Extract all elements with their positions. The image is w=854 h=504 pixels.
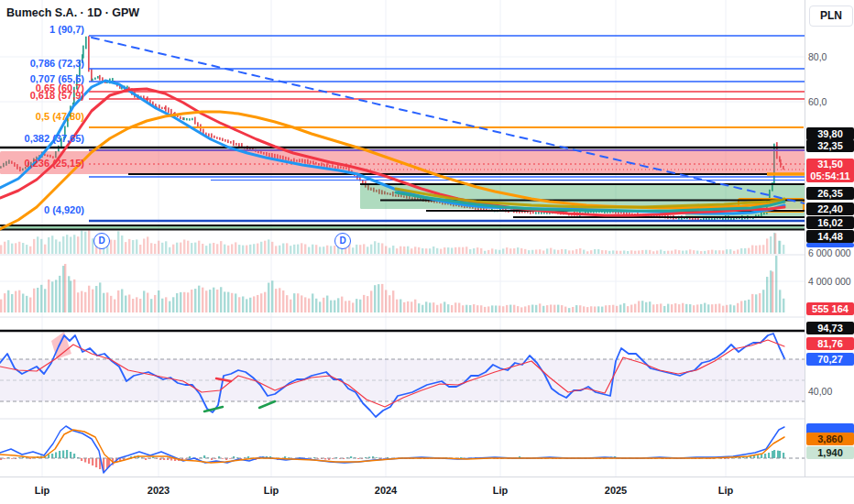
level-price-badge: 81,76 (806, 337, 854, 350)
time-axis-label: Lip (718, 485, 734, 496)
fib-level-label: 0,382 (37,65) (0, 133, 84, 144)
countdown-timer: 05:54:11 (806, 170, 854, 182)
price-axis-label: 6 000 000 (808, 247, 851, 258)
level-price-badge: 94,73 (806, 322, 854, 334)
badge-value: 39,80 (806, 127, 854, 140)
level-price-badge (806, 243, 854, 247)
badge-value: 3,860 (806, 433, 854, 445)
price-chart-canvas[interactable] (0, 0, 854, 504)
badge-value: 1,940 (806, 446, 854, 459)
price-axis-label: 80,0 (808, 51, 827, 62)
fib-level-label: 0 (4,920) (0, 204, 84, 215)
price-axis-label: 60,0 (808, 96, 827, 107)
time-axis-label: 2024 (375, 485, 397, 496)
symbol-title[interactable]: Bumech S.A. · 1D · GPW (6, 6, 139, 19)
currency-button[interactable]: PLN (809, 5, 853, 27)
fib-level-label: 0,236 (25,15) (0, 158, 84, 169)
badge-value: 26,35 (806, 187, 854, 200)
time-axis-label: Lip (493, 485, 509, 496)
badge-value: 70,27 (806, 353, 854, 366)
fib-level-label: 0,5 (47,80) (0, 111, 84, 122)
level-price-badge: 3,860 (806, 433, 854, 445)
level-price-badge: 70,27 (806, 353, 854, 366)
level-price-badge: 22,40 (806, 203, 854, 215)
level-price-badge: 39,80 (806, 127, 854, 140)
badge-value: 31,50 (806, 159, 854, 170)
fib-level-label: 0,618 (57,9) (0, 90, 84, 101)
level-price-badge: 26,35 (806, 187, 854, 200)
badge-value: 94,73 (806, 322, 854, 334)
time-axis-label: 2025 (605, 485, 627, 496)
badge-value: 22,40 (806, 203, 854, 215)
price-axis-label: 40,00 (808, 386, 832, 397)
level-price-badge: 555 164 (806, 302, 854, 315)
fib-level-label: 0,786 (72,3) (0, 58, 84, 69)
chart-area[interactable]: Bumech S.A. · 1D · GPW 1 (90,7)0,786 (72… (0, 0, 854, 504)
level-price-badge: 14,48 (806, 230, 854, 243)
level-price-badge: 16,02 (806, 216, 854, 229)
time-axis-label: Lip (35, 485, 50, 496)
level-price-badge: 32,35 (806, 139, 854, 152)
badge-value: 555 164 (806, 302, 854, 315)
price-axis-label: 4 000 000 (808, 276, 851, 287)
time-axis[interactable]: Lip2023Lip2024Lip2025Lip (0, 477, 854, 504)
dividend-marker[interactable]: D (334, 233, 351, 249)
level-price-badge: 1,940 (806, 446, 854, 459)
fib-level-label: 1 (90,7) (0, 24, 84, 35)
badge-value: 14,48 (806, 230, 854, 243)
badge-value: 32,35 (806, 139, 854, 152)
badge-value: 16,02 (806, 216, 854, 229)
time-axis-label: Lip (264, 485, 279, 496)
last-price-badge: 31,5005:54:11 (806, 159, 854, 182)
badge-value: 81,76 (806, 337, 854, 350)
price-axis[interactable]: PLN 80,060,06 000 0004 000 00040,0039,80… (805, 0, 854, 477)
dividend-marker[interactable]: D (93, 233, 110, 249)
time-axis-label: 2023 (148, 485, 170, 496)
